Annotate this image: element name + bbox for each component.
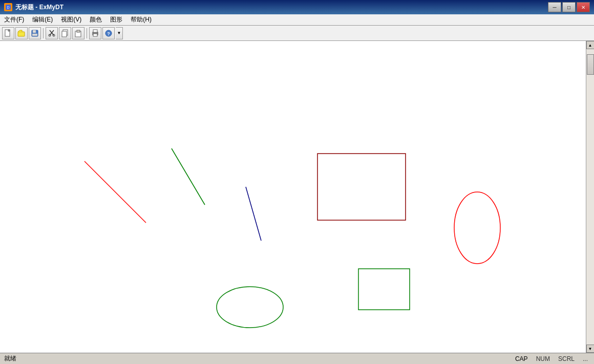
menu-bar: 文件(F) 编辑(E) 视图(V) 颜色 图形 帮助(H)	[0, 14, 594, 26]
svg-rect-4	[18, 32, 25, 36]
scrl-indicator: SCRL	[556, 355, 577, 363]
ellipse-green	[217, 287, 283, 328]
new-button[interactable]	[2, 27, 14, 39]
window-title: 无标题 - ExMyDT	[15, 3, 63, 12]
close-button[interactable]: ✕	[577, 2, 590, 12]
extra-indicator: ...	[581, 355, 590, 363]
scrollbar-right: ▲ ▼	[586, 41, 594, 353]
canvas-area[interactable]	[0, 41, 586, 353]
rect-large	[317, 154, 406, 220]
line-green	[172, 148, 205, 205]
title-bar-left: D 无标题 - ExMyDT	[4, 3, 63, 12]
svg-rect-18	[93, 34, 97, 36]
scroll-track[interactable]	[586, 49, 594, 345]
print-button[interactable]	[89, 27, 101, 39]
separator-1	[43, 28, 44, 38]
paste-button[interactable]	[72, 27, 84, 39]
line-red	[84, 161, 146, 223]
title-bar: D 无标题 - ExMyDT ─ □ ✕	[0, 0, 594, 14]
menu-edit[interactable]: 编辑(E)	[28, 14, 57, 25]
svg-text:?: ?	[107, 31, 110, 36]
svg-rect-17	[93, 30, 97, 32]
line-navy	[246, 187, 261, 241]
help-button[interactable]: ?	[102, 27, 115, 39]
menu-help[interactable]: 帮助(H)	[126, 14, 156, 25]
scroll-up-button[interactable]: ▲	[586, 41, 595, 49]
scroll-down-button[interactable]: ▼	[586, 345, 595, 353]
svg-rect-7	[32, 34, 37, 36]
status-text: 就绪	[4, 354, 16, 363]
main-wrapper: ▲ ▼	[0, 41, 594, 353]
copy-button[interactable]	[59, 27, 71, 39]
separator-2	[87, 28, 87, 38]
menu-view[interactable]: 视图(V)	[57, 14, 86, 25]
status-indicators: CAP NUM SCRL ...	[513, 355, 590, 363]
window-controls: ─ □ ✕	[548, 2, 590, 12]
toolbar-more-button[interactable]: ▼	[116, 27, 123, 39]
menu-file[interactable]: 文件(F)	[0, 14, 28, 25]
toolbar: ? ▼	[0, 26, 594, 41]
save-button[interactable]	[29, 27, 41, 39]
menu-color[interactable]: 颜色	[86, 14, 106, 25]
status-bar: 就绪 CAP NUM SCRL ...	[0, 353, 594, 364]
app-icon: D	[4, 3, 12, 11]
restore-button[interactable]: □	[562, 2, 576, 12]
minimize-button[interactable]: ─	[548, 2, 561, 12]
cap-indicator: CAP	[513, 355, 530, 363]
drawing-svg	[0, 41, 586, 353]
cut-button[interactable]	[46, 27, 58, 39]
ellipse-red	[454, 192, 500, 264]
svg-text:D: D	[7, 6, 9, 9]
num-indicator: NUM	[534, 355, 552, 363]
scroll-thumb[interactable]	[587, 54, 594, 75]
svg-rect-15	[77, 30, 80, 32]
svg-rect-13	[62, 31, 67, 37]
svg-rect-6	[33, 30, 36, 33]
rect-small	[358, 269, 410, 310]
open-button[interactable]	[15, 27, 28, 39]
menu-shape[interactable]: 图形	[106, 14, 126, 25]
